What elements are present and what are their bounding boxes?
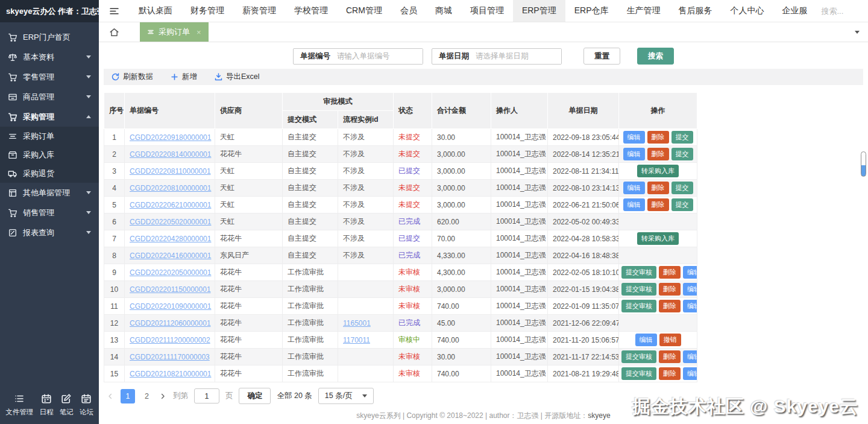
refresh-button[interactable]: 刷新数据 [111,72,153,82]
order-code-link[interactable]: CGDD202111170000003 [130,353,210,361]
action-submit-button[interactable]: 提交 [671,148,693,160]
dock-item-schedule[interactable]: 日程 [39,393,53,417]
sidebar-item-purchase-returns[interactable]: 采购退货 [0,164,99,183]
nav-tab[interactable]: 默认桌面 [130,0,181,22]
nav-tab[interactable]: 财务管理 [181,0,233,22]
nav-tab[interactable]: ERP管理 [513,0,565,22]
sidebar-item-purchase[interactable]: 采购管理 [0,107,99,127]
tab-options-caret[interactable] [855,31,860,34]
nav-tab[interactable]: CRM管理 [337,0,391,22]
order-code-link[interactable]: CGDD202206210000001 [130,201,211,209]
flow-id-link[interactable]: 1165001 [343,319,371,327]
nav-tab[interactable]: 企业服 [773,0,816,22]
nav-tab[interactable]: 薪资管理 [233,0,285,22]
action-delete-button[interactable]: 删除 [659,350,681,363]
action-submit-review-button[interactable]: 提交审核 [621,266,656,279]
search-button[interactable]: 搜索 [637,48,674,65]
nav-tab[interactable]: 售后服务 [669,0,721,22]
action-edit-button[interactable]: 编辑 [623,198,645,211]
sidebar-item-purchase-inbound[interactable]: 采购入库 [0,145,99,164]
action-edit-button[interactable]: 编辑 [623,148,645,160]
scrollbar-thumb[interactable] [861,151,866,177]
page-size-select[interactable]: 15 条/页 [318,388,374,404]
dock-item-files[interactable]: 文件管理 [5,393,33,417]
order-code-link[interactable]: CGDD202204280000001 [130,235,211,243]
action-edit-button[interactable]: 编辑 [683,367,697,380]
action-delete-button[interactable]: 删除 [659,266,681,279]
order-code-link[interactable]: CGDD202208100000001 [130,184,211,192]
action-delete-button[interactable]: 删除 [647,148,669,160]
action-submit-button[interactable]: 提交 [671,182,693,194]
sidebar-item-basic-data[interactable]: 基本资料 [0,47,99,67]
action-submit-button[interactable]: 提交 [671,198,693,211]
action-delete-button[interactable]: 删除 [647,198,669,211]
add-button[interactable]: 新增 [170,72,197,82]
doc-date-input[interactable] [476,49,561,64]
action-delete-button[interactable]: 删除 [647,131,669,144]
dock-item-forum[interactable]: 论坛 [80,393,93,417]
order-code-link[interactable]: CGDD202112060000001 [130,319,211,327]
home-tab-button[interactable] [99,22,130,42]
goto-confirm-button[interactable]: 确定 [239,388,271,404]
action-submit-review-button[interactable]: 提交审核 [621,350,656,363]
goto-page-input[interactable] [194,388,219,403]
order-code-link[interactable]: CGDD202208110000001 [130,167,211,176]
sidebar-item-other-docs[interactable]: 其他单据管理 [0,183,99,203]
order-code-link[interactable]: CGDD202108210000001 [130,370,211,378]
nav-tab[interactable]: 会员 [391,0,426,22]
nav-tab[interactable]: 项目管理 [461,0,513,22]
action-submit-button[interactable]: 提交 [671,131,693,144]
page-number-1[interactable]: 1 [121,389,135,403]
sidebar-item-erp-home[interactable]: ERP门户首页 [0,27,99,47]
page-number-2[interactable]: 2 [141,392,153,400]
action-edit-button[interactable]: 编辑 [635,334,657,346]
order-code-link[interactable]: CGDD202201090000001 [130,302,211,311]
nav-tab[interactable]: 生产管理 [617,0,669,22]
order-code-link[interactable]: CGDD202208140000001 [130,150,211,159]
action-submit-review-button[interactable]: 提交审核 [621,300,656,312]
action-edit-button[interactable]: 编辑 [683,283,697,296]
sidebar-item-reports[interactable]: 报表查询 [0,223,99,242]
action-delete-button[interactable]: 删除 [659,367,681,380]
reset-button[interactable]: 重置 [583,48,620,65]
action-revoke-button[interactable]: 撤销 [659,334,681,346]
tab-purchase-orders[interactable]: 采购订单 × [140,22,209,42]
action-submit-review-button[interactable]: 提交审核 [621,367,656,380]
submit-mode-cell: 自主提交 [283,214,338,230]
export-excel-button[interactable]: 导出Excel [214,72,260,82]
action-to-storage-button[interactable]: 转采购入库 [637,232,679,245]
prev-page-button[interactable] [106,392,115,400]
action-edit-button[interactable]: 编辑 [623,131,645,144]
sidebar-item-purchase-orders[interactable]: 采购订单 [0,127,99,145]
action-edit-button[interactable]: 编辑 [683,266,697,279]
footer-link[interactable]: skyeye [588,411,610,420]
action-edit-button[interactable]: 编辑 [623,182,645,194]
order-code-link[interactable]: CGDD202209180000001 [130,133,211,142]
doc-no-input[interactable] [337,49,423,64]
order-code-link[interactable]: CGDD202201150000001 [130,285,211,294]
close-icon[interactable]: × [197,28,201,37]
nav-tab[interactable]: 学校管理 [285,0,337,22]
nav-tab[interactable]: ERP仓库 [565,0,618,22]
action-delete-button[interactable]: 删除 [647,182,669,194]
action-delete-button[interactable]: 删除 [659,300,681,312]
order-code-link[interactable]: CGDD202202050000001 [130,268,211,277]
order-code-link[interactable]: CGDD202111200000002 [130,336,210,344]
action-edit-button[interactable]: 编辑 [683,350,697,363]
sidebar-item-sales[interactable]: 销售管理 [0,203,99,223]
order-code-link[interactable]: CGDD202205020000001 [130,218,211,226]
action-to-storage-button[interactable]: 转采购入库 [637,165,679,177]
nav-tab[interactable]: 个人中心 [721,0,773,22]
action-delete-button[interactable]: 删除 [659,283,681,296]
dock-item-notes[interactable]: 笔记 [60,393,74,417]
sidebar-item-retail[interactable]: 零售管理 [0,67,99,87]
flow-id-link[interactable]: 1170011 [343,336,370,344]
next-page-button[interactable] [159,392,167,400]
action-submit-review-button[interactable]: 提交审核 [621,283,656,296]
order-code-cell: CGDD202208110000001 [125,163,215,180]
sidebar-item-goods[interactable]: 商品管理 [0,87,99,107]
nav-tab[interactable]: 商城 [426,0,461,22]
order-code-link[interactable]: CGDD202204160000001 [130,252,211,260]
action-edit-button[interactable]: 编辑 [683,300,697,312]
nav-search-input[interactable] [821,7,868,16]
